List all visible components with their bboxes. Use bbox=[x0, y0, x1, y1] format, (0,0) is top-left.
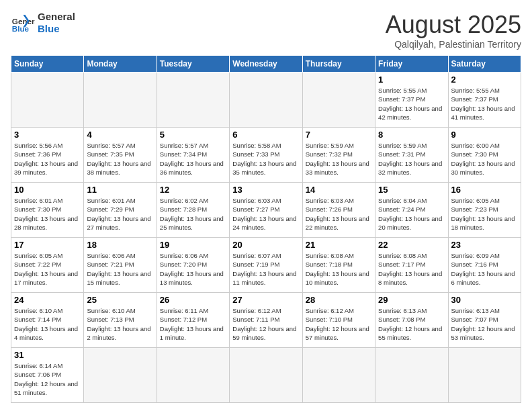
day-number: 23 bbox=[451, 240, 518, 250]
calendar-cell bbox=[448, 348, 521, 403]
day-number: 22 bbox=[378, 240, 445, 250]
calendar-cell: 2Sunrise: 5:55 AM Sunset: 7:37 PM Daylig… bbox=[448, 73, 521, 128]
calendar-cell: 30Sunrise: 6:13 AM Sunset: 7:07 PM Dayli… bbox=[448, 293, 521, 348]
day-info: Sunrise: 5:59 AM Sunset: 7:31 PM Dayligh… bbox=[378, 141, 445, 177]
location: Qalqilyah, Palestinian Territory bbox=[386, 39, 521, 50]
title-section: August 2025 Qalqilyah, Palestinian Terri… bbox=[386, 11, 521, 50]
day-number: 26 bbox=[160, 295, 226, 305]
calendar-cell bbox=[375, 348, 448, 403]
day-header-monday: Monday bbox=[84, 56, 157, 73]
day-number: 5 bbox=[160, 130, 226, 140]
calendar-cell bbox=[84, 348, 157, 403]
calendar-cell bbox=[157, 73, 229, 128]
day-number: 9 bbox=[451, 130, 518, 140]
day-info: Sunrise: 6:05 AM Sunset: 7:23 PM Dayligh… bbox=[451, 196, 518, 232]
day-header-sunday: Sunday bbox=[11, 56, 84, 73]
day-info: Sunrise: 6:12 AM Sunset: 7:11 PM Dayligh… bbox=[232, 306, 299, 342]
calendar-cell: 16Sunrise: 6:05 AM Sunset: 7:23 PM Dayli… bbox=[448, 183, 521, 238]
day-number: 31 bbox=[14, 350, 81, 360]
calendar-header-row: SundayMondayTuesdayWednesdayThursdayFrid… bbox=[11, 56, 521, 73]
logo-general-text: General bbox=[38, 11, 75, 23]
day-info: Sunrise: 6:11 AM Sunset: 7:12 PM Dayligh… bbox=[160, 306, 226, 342]
calendar-cell: 29Sunrise: 6:13 AM Sunset: 7:08 PM Dayli… bbox=[375, 293, 448, 348]
calendar-cell bbox=[302, 348, 375, 403]
calendar-cell bbox=[230, 73, 302, 128]
day-info: Sunrise: 5:55 AM Sunset: 7:37 PM Dayligh… bbox=[451, 86, 518, 122]
day-info: Sunrise: 5:55 AM Sunset: 7:37 PM Dayligh… bbox=[378, 86, 445, 122]
day-info: Sunrise: 6:13 AM Sunset: 7:07 PM Dayligh… bbox=[451, 306, 518, 342]
day-info: Sunrise: 5:56 AM Sunset: 7:36 PM Dayligh… bbox=[14, 141, 81, 177]
calendar-cell: 4Sunrise: 5:57 AM Sunset: 7:35 PM Daylig… bbox=[84, 128, 157, 183]
day-number: 29 bbox=[378, 295, 445, 305]
logo-blue-text: Blue bbox=[38, 23, 75, 35]
day-info: Sunrise: 6:08 AM Sunset: 7:17 PM Dayligh… bbox=[378, 251, 445, 287]
calendar-cell: 26Sunrise: 6:11 AM Sunset: 7:12 PM Dayli… bbox=[157, 293, 229, 348]
calendar-cell: 23Sunrise: 6:09 AM Sunset: 7:16 PM Dayli… bbox=[448, 238, 521, 293]
day-number: 10 bbox=[14, 185, 81, 195]
day-header-wednesday: Wednesday bbox=[230, 56, 302, 73]
week-row-5: 24Sunrise: 6:10 AM Sunset: 7:14 PM Dayli… bbox=[11, 293, 521, 348]
month-year: August 2025 bbox=[386, 11, 521, 39]
day-number: 21 bbox=[306, 240, 372, 250]
calendar-cell: 27Sunrise: 6:12 AM Sunset: 7:11 PM Dayli… bbox=[230, 293, 302, 348]
day-info: Sunrise: 6:05 AM Sunset: 7:22 PM Dayligh… bbox=[14, 251, 81, 287]
day-info: Sunrise: 5:57 AM Sunset: 7:34 PM Dayligh… bbox=[160, 141, 226, 177]
day-number: 19 bbox=[160, 240, 226, 250]
calendar-cell: 15Sunrise: 6:04 AM Sunset: 7:24 PM Dayli… bbox=[375, 183, 448, 238]
week-row-4: 17Sunrise: 6:05 AM Sunset: 7:22 PM Dayli… bbox=[11, 238, 521, 293]
day-header-thursday: Thursday bbox=[302, 56, 375, 73]
calendar-cell: 18Sunrise: 6:06 AM Sunset: 7:21 PM Dayli… bbox=[84, 238, 157, 293]
calendar-cell: 17Sunrise: 6:05 AM Sunset: 7:22 PM Dayli… bbox=[11, 238, 84, 293]
day-number: 25 bbox=[87, 295, 153, 305]
calendar-cell: 12Sunrise: 6:02 AM Sunset: 7:28 PM Dayli… bbox=[157, 183, 229, 238]
day-number: 16 bbox=[451, 185, 518, 195]
calendar-cell: 11Sunrise: 6:01 AM Sunset: 7:29 PM Dayli… bbox=[84, 183, 157, 238]
day-number: 11 bbox=[87, 185, 153, 195]
day-info: Sunrise: 6:10 AM Sunset: 7:13 PM Dayligh… bbox=[87, 306, 153, 342]
day-info: Sunrise: 6:10 AM Sunset: 7:14 PM Dayligh… bbox=[14, 306, 81, 342]
day-info: Sunrise: 6:14 AM Sunset: 7:06 PM Dayligh… bbox=[14, 361, 81, 397]
calendar-cell: 19Sunrise: 6:06 AM Sunset: 7:20 PM Dayli… bbox=[157, 238, 229, 293]
day-number: 12 bbox=[160, 185, 226, 195]
day-number: 6 bbox=[232, 130, 299, 140]
calendar-cell: 24Sunrise: 6:10 AM Sunset: 7:14 PM Dayli… bbox=[11, 293, 84, 348]
day-info: Sunrise: 6:02 AM Sunset: 7:28 PM Dayligh… bbox=[160, 196, 226, 232]
day-number: 24 bbox=[14, 295, 81, 305]
logo: General Blue General Blue bbox=[11, 11, 75, 35]
calendar-cell bbox=[230, 348, 302, 403]
day-number: 3 bbox=[14, 130, 81, 140]
calendar-cell: 5Sunrise: 5:57 AM Sunset: 7:34 PM Daylig… bbox=[157, 128, 229, 183]
calendar-cell: 8Sunrise: 5:59 AM Sunset: 7:31 PM Daylig… bbox=[375, 128, 448, 183]
calendar-cell: 31Sunrise: 6:14 AM Sunset: 7:06 PM Dayli… bbox=[11, 348, 84, 403]
day-header-friday: Friday bbox=[375, 56, 448, 73]
day-number: 27 bbox=[232, 295, 299, 305]
day-info: Sunrise: 6:12 AM Sunset: 7:10 PM Dayligh… bbox=[306, 306, 372, 342]
day-info: Sunrise: 6:04 AM Sunset: 7:24 PM Dayligh… bbox=[378, 196, 445, 232]
day-info: Sunrise: 6:01 AM Sunset: 7:29 PM Dayligh… bbox=[87, 196, 153, 232]
day-number: 15 bbox=[378, 185, 445, 195]
day-header-saturday: Saturday bbox=[448, 56, 521, 73]
day-number: 17 bbox=[14, 240, 81, 250]
day-number: 1 bbox=[378, 75, 445, 85]
calendar-table: SundayMondayTuesdayWednesdayThursdayFrid… bbox=[11, 55, 521, 403]
week-row-1: 1Sunrise: 5:55 AM Sunset: 7:37 PM Daylig… bbox=[11, 73, 521, 128]
day-info: Sunrise: 6:00 AM Sunset: 7:30 PM Dayligh… bbox=[451, 141, 518, 177]
calendar-cell bbox=[11, 73, 84, 128]
day-number: 4 bbox=[87, 130, 153, 140]
day-number: 18 bbox=[87, 240, 153, 250]
calendar-cell bbox=[157, 348, 229, 403]
week-row-2: 3Sunrise: 5:56 AM Sunset: 7:36 PM Daylig… bbox=[11, 128, 521, 183]
day-info: Sunrise: 6:06 AM Sunset: 7:20 PM Dayligh… bbox=[160, 251, 226, 287]
day-info: Sunrise: 6:13 AM Sunset: 7:08 PM Dayligh… bbox=[378, 306, 445, 342]
day-number: 30 bbox=[451, 295, 518, 305]
day-info: Sunrise: 5:59 AM Sunset: 7:32 PM Dayligh… bbox=[306, 141, 372, 177]
day-number: 13 bbox=[232, 185, 299, 195]
calendar-cell: 10Sunrise: 6:01 AM Sunset: 7:30 PM Dayli… bbox=[11, 183, 84, 238]
day-info: Sunrise: 5:57 AM Sunset: 7:35 PM Dayligh… bbox=[87, 141, 153, 177]
day-info: Sunrise: 6:08 AM Sunset: 7:18 PM Dayligh… bbox=[306, 251, 372, 287]
calendar-cell: 22Sunrise: 6:08 AM Sunset: 7:17 PM Dayli… bbox=[375, 238, 448, 293]
day-number: 8 bbox=[378, 130, 445, 140]
day-info: Sunrise: 6:07 AM Sunset: 7:19 PM Dayligh… bbox=[232, 251, 299, 287]
day-info: Sunrise: 6:06 AM Sunset: 7:21 PM Dayligh… bbox=[87, 251, 153, 287]
day-number: 14 bbox=[306, 185, 372, 195]
